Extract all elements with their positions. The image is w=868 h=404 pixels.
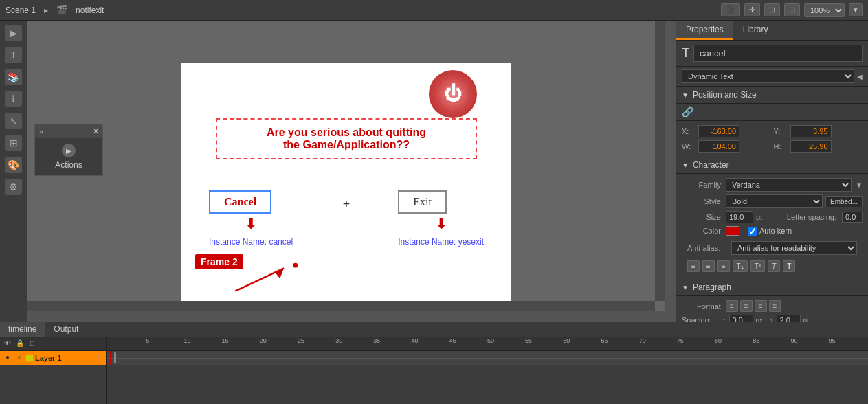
ruler-mark-70: 70 <box>639 337 677 350</box>
subscript-btn[interactable]: T₁ <box>733 260 748 272</box>
antialias-dropdown[interactable]: Anti-alias for readability <box>731 241 857 255</box>
ruler-mark-35: 35 <box>373 337 411 350</box>
actions-play-icon[interactable]: ▶ <box>62 144 76 157</box>
y-input[interactable] <box>790 125 832 137</box>
eye-icon[interactable]: 👁 <box>3 339 12 349</box>
timeline-frames[interactable] <box>107 351 868 365</box>
ls-label: Letter spacing: <box>787 213 836 221</box>
layer-lock-icon[interactable]: ○ <box>14 353 24 363</box>
position-size-header[interactable]: ▼ Position and Size <box>676 87 868 104</box>
snap-btn[interactable]: ✛ <box>744 3 760 16</box>
character-section: Family: Verdana ▼ Style: Bold Embed... S… <box>676 174 868 279</box>
select-tool-icon[interactable]: ▶ <box>5 25 22 41</box>
spacing-val2-input[interactable] <box>777 315 801 322</box>
power-icon-area: ⏻ <box>429 70 477 118</box>
properties-icon[interactable]: T <box>5 47 22 63</box>
ruler-mark-10: 10 <box>183 337 221 350</box>
h-field: H: <box>774 140 863 153</box>
cancel-instance-label: Instance Name: cancel <box>209 237 293 247</box>
spacing-row: Spacing: ↕ px ↕ pt <box>682 315 863 322</box>
t-icon: T <box>682 46 689 60</box>
color-swatch[interactable] <box>726 226 739 236</box>
ls-input[interactable] <box>842 212 863 223</box>
grid-btn[interactable]: ⊞ <box>764 3 780 16</box>
transform-icon[interactable]: ⤡ <box>5 113 22 129</box>
layer-name-label: Layer 1 <box>35 354 91 362</box>
scene-label[interactable]: Scene 1 <box>5 5 36 15</box>
justify-format-btn[interactable]: ≡ <box>769 300 781 312</box>
timeline-header-row: 👁 🔒 □ <box>0 337 106 351</box>
superscript-btn[interactable]: T² <box>750 260 765 272</box>
center-btn[interactable]: ⊡ <box>784 3 800 16</box>
align-right-format-btn[interactable]: ≡ <box>755 300 767 312</box>
left-sidebar: ▶ T 📚 ℹ ⤡ ⊞ 🎨 ⚙ <box>0 21 27 322</box>
family-extra-icon: ▼ <box>856 181 863 189</box>
bottom-panel: timeline Output 👁 🔒 □ ● ○ Layer 1 • <box>0 322 868 404</box>
color-icon[interactable]: 🎨 <box>5 157 22 173</box>
zoom-select[interactable]: 100% <box>804 3 845 17</box>
ruler-mark-5: 5 <box>146 337 183 350</box>
family-row: Family: Verdana ▼ <box>682 178 863 192</box>
auto-kern-checkbox[interactable] <box>748 227 757 236</box>
timeline-ruler: 5 10 15 20 25 30 35 40 45 50 55 60 65 70… <box>107 337 868 351</box>
camera-icon-btn[interactable]: 🎥 <box>721 3 740 16</box>
character-header[interactable]: ▼ Character <box>676 157 868 174</box>
family-dropdown[interactable]: Verdana <box>726 178 852 192</box>
x-input[interactable] <box>698 125 739 137</box>
style-label: Style: <box>682 197 723 205</box>
tab-output[interactable]: Output <box>45 322 87 337</box>
bold-btn[interactable]: T <box>783 260 795 272</box>
canvas-stage: ⏻ Are you serious about quitting the Gam… <box>181 63 511 311</box>
text-type-extra-icon: ◀ <box>857 73 863 80</box>
power-circle[interactable]: ⏻ <box>429 70 477 118</box>
align-left-btn[interactable]: ≡ <box>687 260 700 272</box>
vertical-scrollbar[interactable] <box>655 21 665 301</box>
ruler-mark-55: 55 <box>525 337 563 350</box>
actions-expand-icon[interactable]: » <box>39 128 43 135</box>
red-arrow-svg <box>223 262 305 297</box>
align-right-btn[interactable]: ≡ <box>717 260 730 272</box>
w-input[interactable] <box>698 140 739 153</box>
paragraph-header[interactable]: ▼ Paragraph <box>676 279 868 296</box>
align-center-btn[interactable]: ≡ <box>702 260 715 272</box>
size-row: Size: pt Letter spacing: <box>682 211 863 223</box>
italic-btn[interactable]: T <box>768 260 780 272</box>
text-content-input[interactable] <box>693 45 863 62</box>
align-left-format-btn[interactable]: ≡ <box>726 300 738 312</box>
align-center-format-btn[interactable]: ≡ <box>740 300 753 312</box>
embed-button[interactable]: Embed... <box>825 196 863 207</box>
spacing-val1-input[interactable] <box>729 315 753 322</box>
info-icon[interactable]: ℹ <box>5 91 22 107</box>
h-input[interactable] <box>790 140 832 153</box>
pos-size-label: Position and Size <box>693 90 757 100</box>
actions-close-icon[interactable]: × <box>93 126 98 136</box>
ruler-mark-80: 80 <box>715 337 753 350</box>
family-label: Family: <box>682 181 723 189</box>
y-label: Y: <box>774 127 788 135</box>
lock-icon[interactable]: 🔒 <box>15 339 25 349</box>
cancel-button[interactable]: Cancel <box>209 190 271 214</box>
spacing-label: Spacing: <box>682 316 720 322</box>
outline-icon[interactable]: □ <box>27 339 37 349</box>
paragraph-section: Format: ≡ ≡ ≡ ≡ Spacing: ↕ px ↕ pt Margi… <box>676 296 868 322</box>
tab-library[interactable]: Library <box>733 21 778 40</box>
tab-properties[interactable]: Properties <box>676 21 733 40</box>
align-icon[interactable]: ⊞ <box>5 135 22 151</box>
top-bar: Scene 1 ▸ 🎬 notifexit 🎥 ✛ ⊞ ⊡ 100% ▾ <box>0 0 868 21</box>
style-dropdown[interactable]: Bold <box>726 194 823 208</box>
playhead[interactable] <box>110 351 111 365</box>
tab-timeline[interactable]: timeline <box>0 322 45 337</box>
library-icon[interactable]: 📚 <box>5 69 22 85</box>
exit-button[interactable]: Exit <box>398 190 447 214</box>
ruler-mark-30: 30 <box>335 337 373 350</box>
horizontal-scrollbar[interactable] <box>27 301 655 311</box>
zoom-arrow[interactable]: ▾ <box>849 3 863 16</box>
layer-outline-icon[interactable] <box>26 355 33 361</box>
layer-eye-icon[interactable]: ● <box>3 353 12 363</box>
size-input[interactable] <box>726 211 753 223</box>
text-type-dropdown[interactable]: Dynamic Text <box>682 69 854 83</box>
power-symbol: ⏻ <box>444 83 462 104</box>
color-row: Color: Auto kern <box>682 226 863 236</box>
exit-down-arrow: ⬇ <box>398 215 484 233</box>
settings-icon[interactable]: ⚙ <box>5 179 22 195</box>
